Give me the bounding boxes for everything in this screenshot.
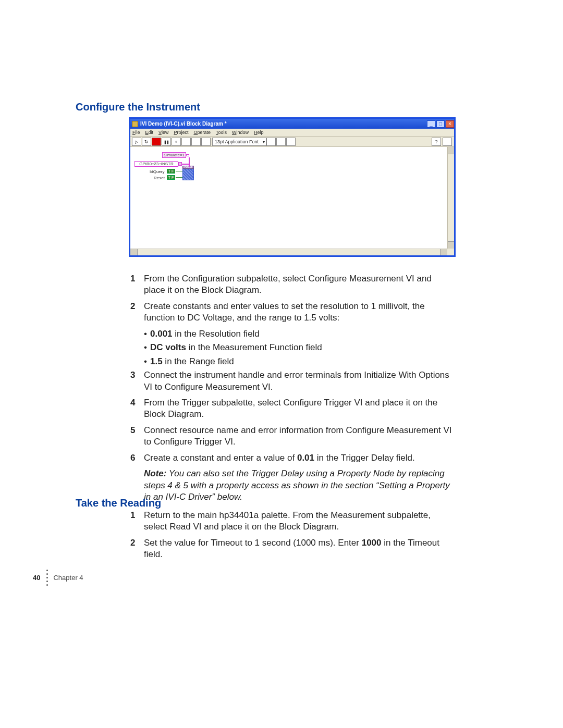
reset-label: Reset <box>154 176 165 180</box>
simulate-terminal <box>186 154 189 156</box>
menu-help[interactable]: Help <box>254 130 264 135</box>
sub-item: 0.001 in the Resolution field <box>144 328 454 340</box>
list-item: 1 Return to the main hp34401a palette. F… <box>130 510 454 533</box>
labview-window: IVI Demo (IVI-C).vi Block Diagram * _ □ … <box>129 117 456 257</box>
reorder-button[interactable] <box>286 138 296 146</box>
wire <box>189 157 190 167</box>
step-number: 1 <box>130 510 144 533</box>
step-text: From the Trigger subpalette, select Conf… <box>144 397 454 421</box>
scrollbar-corner <box>447 249 454 255</box>
wire <box>181 164 190 165</box>
menu-project[interactable]: Project <box>174 130 188 135</box>
window-title: IVI Demo (IVI-C).vi Block Diagram * <box>140 121 426 127</box>
step-number: 2 <box>130 301 144 324</box>
menubar: File Edit View Project Operate Tools Win… <box>130 129 454 137</box>
vi-icon-button[interactable] <box>443 138 452 146</box>
distribute-button[interactable] <box>276 138 286 146</box>
step-number: 2 <box>130 537 144 561</box>
heading-configure: Configure the Instrument <box>76 101 200 113</box>
menu-operate[interactable]: Operate <box>193 130 211 135</box>
menu-view[interactable]: View <box>158 130 168 135</box>
step-into-button[interactable] <box>191 138 201 146</box>
toolbar: 13pt Application Font ? <box>130 137 454 147</box>
step-number: 3 <box>130 369 144 393</box>
document-page: Configure the Instrument IVI Demo (IVI-C… <box>0 0 563 728</box>
chapter-label: Chapter 4 <box>53 574 83 582</box>
wire <box>176 177 182 178</box>
close-button[interactable]: × <box>446 120 454 128</box>
highlight-exec-button[interactable] <box>172 138 181 146</box>
reset-bool-constant[interactable]: T F <box>167 175 175 180</box>
step-over-button[interactable] <box>201 138 211 146</box>
retain-wire-button[interactable] <box>181 138 191 146</box>
sub-item: DC volts in the Measurement Function fie… <box>144 342 454 353</box>
vertical-scrollbar[interactable] <box>447 147 454 249</box>
font-dropdown[interactable]: 13pt Application Font <box>212 138 266 146</box>
menu-file[interactable]: File <box>132 130 140 135</box>
instr-resource-constant[interactable]: GPIB0::23::INSTR <box>134 161 178 167</box>
list-item: 2 Set the value for Timeout to 1 second … <box>130 537 454 561</box>
menu-edit[interactable]: Edit <box>145 130 154 135</box>
maximize-button[interactable]: □ <box>436 120 445 128</box>
window-app-icon <box>132 121 138 127</box>
help-icon[interactable]: ? <box>432 138 441 146</box>
page-number: 40 <box>33 574 40 582</box>
block-diagram-canvas[interactable]: Simulate=1 GPIB0::23::INSTR IdQuery Rese… <box>132 147 452 249</box>
list-item: 4 From the Trigger subpalette, select Co… <box>130 397 454 421</box>
list-item: 3 Connect the instrument handle and erro… <box>130 369 454 393</box>
reading-steps: 1 Return to the main hp34401a palette. F… <box>130 510 454 565</box>
page-footer: 40 Chapter 4 <box>33 570 83 586</box>
window-titlebar: IVI Demo (IVI-C).vi Block Diagram * _ □ … <box>130 119 454 129</box>
step-text: Set the value for Timeout to 1 second (1… <box>144 537 454 561</box>
abort-button[interactable] <box>152 138 161 146</box>
horizontal-scrollbar[interactable] <box>130 249 447 255</box>
step-number: 4 <box>130 397 144 421</box>
run-continuous-button[interactable] <box>142 138 151 146</box>
step-text: Connect resource name and error informat… <box>144 425 454 448</box>
sub-item: 1.5 in the Range field <box>144 356 454 367</box>
minimize-button[interactable]: _ <box>427 120 435 128</box>
idquery-bool-constant[interactable]: T F <box>167 169 175 174</box>
note-text: Note: You can also set the Trigger Delay… <box>144 468 454 503</box>
pause-button[interactable] <box>162 138 171 146</box>
step-text: Create constants and enter values to set… <box>144 301 454 324</box>
list-item: 5 Connect resource name and error inform… <box>130 425 454 448</box>
step-text: Create a constant and enter a value of 0… <box>144 452 454 464</box>
list-item: 1 From the Configuration subpalette, sel… <box>130 273 454 297</box>
initialize-vi-node[interactable] <box>182 169 194 180</box>
configure-steps: 1 From the Configuration subpalette, sel… <box>130 273 454 503</box>
menu-window[interactable]: Window <box>232 130 249 135</box>
idquery-label: IdQuery <box>150 169 164 174</box>
step-text: Connect the instrument handle and error … <box>144 369 454 393</box>
simulate-constant[interactable]: Simulate=1 <box>162 152 186 158</box>
step-text: From the Configuration subpalette, selec… <box>144 273 454 297</box>
heading-take-reading: Take the Reading <box>76 497 161 509</box>
step-number: 5 <box>130 425 144 448</box>
list-item: 2 Create constants and enter values to s… <box>130 301 454 324</box>
align-button[interactable] <box>266 138 276 146</box>
step-number: 1 <box>130 273 144 297</box>
menu-tools[interactable]: Tools <box>216 130 227 135</box>
footer-dots-icon <box>46 570 48 586</box>
window-buttons: _ □ × <box>426 120 454 128</box>
run-button[interactable] <box>132 138 141 146</box>
list-item: 6 Create a constant and enter a value of… <box>130 452 454 464</box>
wire <box>176 171 182 171</box>
step-number: 6 <box>130 452 144 464</box>
step-text: Return to the main hp34401a palette. Fro… <box>144 510 454 533</box>
